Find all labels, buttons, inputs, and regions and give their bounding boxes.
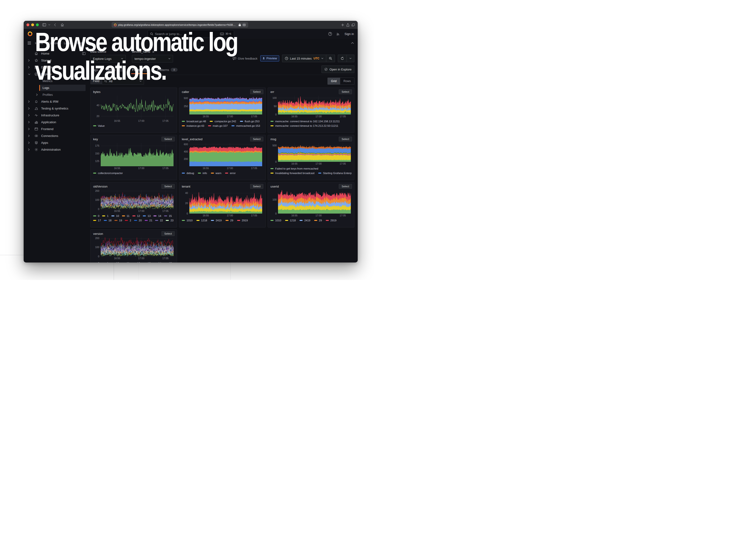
legend-item[interactable]: 22 (155, 219, 163, 222)
legend-item[interactable]: memcache: connect timeout to 174.213.22.… (271, 124, 338, 127)
legend-item[interactable]: memcache: connect timeout to 162.134.158… (271, 120, 340, 123)
sidebar-item-testing-synthetics[interactable]: Testing & synthetics (24, 105, 89, 112)
sidebar-item-apps[interactable]: Apps (24, 139, 89, 146)
open-in-explore-button[interactable]: Open in Explore (322, 66, 354, 73)
chevron-right-icon[interactable] (28, 148, 30, 151)
preview-badge[interactable]: Preview (260, 55, 279, 62)
back-button[interactable] (54, 23, 56, 26)
legend-item[interactable]: 2919 (237, 219, 248, 222)
rows-layout-button[interactable]: Rows (340, 78, 354, 85)
search-input[interactable]: Search or jump to... ⌘+k (147, 30, 234, 38)
chevron-right-icon[interactable] (36, 93, 38, 96)
sign-in-link[interactable]: Sign in (345, 32, 354, 36)
legend-item[interactable]: Invalidating forwarded broadcast (271, 172, 314, 174)
refresh-button[interactable] (338, 55, 347, 62)
legend-item[interactable]: 23 (166, 219, 173, 222)
legend-item[interactable]: flush.go:253 (240, 120, 260, 123)
legend-item[interactable]: 0 (93, 262, 99, 263)
sidebar-item-frontend[interactable]: Frontend (24, 125, 89, 133)
legend-item[interactable]: 2919 (326, 219, 337, 222)
refresh-interval-button[interactable] (347, 55, 354, 62)
sidebar-item-application[interactable]: Application (24, 119, 89, 125)
breadcrumb-item[interactable]: Logs (64, 41, 70, 45)
legend-item[interactable]: 15 (164, 214, 172, 217)
legend-item[interactable]: 1 (102, 214, 108, 217)
legend-item[interactable]: Starting Grafana Enterpri (318, 172, 352, 174)
chevron-right-icon[interactable] (28, 59, 30, 62)
legend-item[interactable]: 1218 (285, 219, 296, 222)
select-field-button[interactable]: Select (161, 184, 175, 189)
sidebar-item-explore[interactable]: Explore (24, 71, 89, 77)
legend-item[interactable]: 1 (102, 262, 108, 263)
sidebar-item-metrics[interactable]: Metrics (24, 77, 89, 85)
legend-item[interactable]: 14 (154, 214, 161, 217)
select-field-button[interactable]: Select (339, 89, 352, 94)
select-field-button[interactable]: Select (339, 137, 352, 141)
sidebar-item-connections[interactable]: Connections (24, 133, 89, 139)
sidebar-item-starred[interactable]: Starred (24, 57, 89, 64)
tab-labels[interactable]: Labels (105, 66, 125, 74)
chevron-right-icon[interactable] (28, 107, 30, 110)
legend-item[interactable]: 13 (143, 262, 150, 263)
sidebar-item-logs[interactable]: Logs (24, 85, 89, 91)
zoom-out-time-button[interactable] (326, 55, 335, 62)
legend-item[interactable]: 29 (314, 219, 322, 222)
address-bar[interactable]: play.grafana.org/a/grafana-lokiexplore-a… (112, 22, 248, 28)
select-field-button[interactable]: Select (250, 89, 263, 94)
legend-item[interactable]: 21 (145, 219, 153, 222)
legend-item[interactable]: 18 (104, 219, 112, 222)
legend-item[interactable]: main.go:107 (208, 124, 228, 127)
legend-item[interactable]: 15 (164, 262, 172, 263)
legend-item[interactable]: Value (93, 124, 105, 127)
menu-icon[interactable] (27, 42, 31, 44)
legend-item[interactable]: 10 (111, 214, 119, 217)
breadcrumb-item[interactable]: Home (35, 41, 43, 45)
remove-filter-icon[interactable] (152, 51, 155, 53)
grafana-logo[interactable] (27, 31, 32, 37)
collapse-section-icon[interactable] (351, 42, 354, 44)
share-button[interactable] (346, 23, 349, 27)
select-field-button[interactable]: Select (250, 137, 263, 141)
legend-item[interactable]: broadcast.go:48 (182, 120, 206, 123)
legend-item[interactable]: error (225, 172, 235, 174)
browser-sidebar-icon[interactable] (42, 23, 46, 26)
legend-item[interactable]: memcached.go:153 (231, 124, 260, 127)
new-tab-button[interactable] (341, 23, 344, 26)
sidebar-item-home[interactable]: Home (24, 50, 89, 57)
help-icon[interactable] (328, 32, 332, 36)
legend-item[interactable]: 1218 (196, 219, 207, 222)
legend-item[interactable]: 13 (143, 214, 150, 217)
grid-layout-button[interactable]: Grid (328, 78, 340, 85)
chevron-right-icon[interactable] (28, 121, 30, 123)
select-field-button[interactable]: Select (339, 184, 352, 189)
legend-item[interactable]: 19 (114, 219, 122, 222)
legend-item[interactable]: debug (182, 172, 194, 174)
home-button[interactable] (61, 23, 64, 27)
legend-item[interactable]: 2419 (300, 219, 310, 222)
chevron-down-icon[interactable] (48, 24, 50, 26)
select-field-button[interactable]: Select (250, 184, 263, 189)
chevron-down-icon[interactable] (28, 73, 30, 75)
legend-item[interactable]: 0 (93, 214, 99, 217)
legend-item[interactable]: 1010 (182, 219, 193, 222)
minimize-window-button[interactable] (31, 23, 34, 26)
legend-item[interactable]: 2419 (211, 219, 222, 222)
legend-item[interactable]: 20 (134, 219, 142, 222)
chevron-right-icon[interactable] (28, 128, 30, 130)
field-select[interactable]: All (102, 77, 144, 85)
tab-patterns[interactable]: Patterns8 (156, 66, 179, 74)
rss-icon[interactable] (336, 32, 340, 36)
breadcrumb-item[interactable]: Explore (48, 41, 59, 45)
sidebar-item-profiles[interactable]: Profiles (24, 91, 89, 98)
chevron-right-icon[interactable] (28, 141, 30, 144)
url-more-button[interactable]: ••• (242, 23, 246, 27)
sidebar-item-administration[interactable]: Administration (24, 146, 89, 153)
sidebar-item-dashboards[interactable]: Dashboards (24, 64, 89, 71)
legend-item[interactable]: 12 (133, 214, 140, 217)
tab-fields[interactable]: Fields (131, 66, 150, 74)
chevron-right-icon[interactable] (28, 66, 30, 69)
data-source-select[interactable]: Explore Logs (90, 55, 126, 63)
select-field-button[interactable]: Select (161, 231, 175, 236)
legend-item[interactable]: 14 (154, 262, 161, 263)
chevron-right-icon[interactable] (28, 135, 30, 137)
